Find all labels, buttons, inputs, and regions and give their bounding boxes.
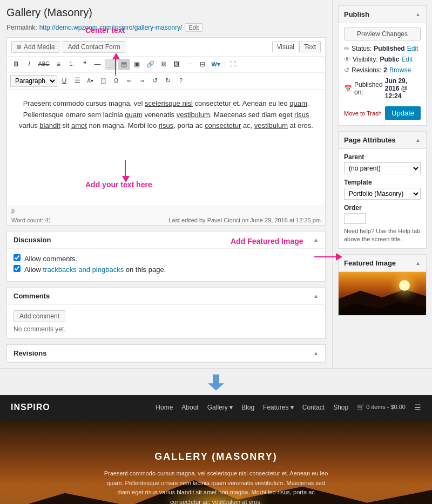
editor-tabs: Visual Text — [272, 42, 321, 52]
visibility-value: Public — [380, 56, 399, 63]
annotation-add-text: Add your text here — [85, 180, 152, 189]
page-attributes-box: Page Attributes ▲ Parent (no parent) Tem… — [338, 131, 427, 249]
link-button[interactable]: 🔗 — [144, 59, 157, 70]
add-comment-button[interactable]: Add comment — [14, 310, 65, 322]
text-color-button[interactable]: A▾ — [84, 76, 96, 86]
visibility-edit-link[interactable]: Edit — [401, 56, 413, 63]
allow-trackbacks-label: Allow trackbacks and pingbacks on this p… — [14, 265, 319, 274]
move-to-trash-link[interactable]: Move to Trash — [344, 110, 382, 117]
insert-page-break-button[interactable]: ⊟ — [197, 59, 208, 70]
editor-top-bar: ⊕ Add Media Add Contact Form Visual Text — [7, 38, 325, 57]
status-edit-link[interactable]: Edit — [407, 45, 418, 52]
comments-collapse[interactable]: ▲ — [313, 293, 319, 299]
update-button[interactable]: Update — [385, 106, 421, 120]
text-tab[interactable]: Text — [299, 42, 321, 52]
revisions-browse-link[interactable]: Browse — [389, 66, 411, 74]
blue-down-arrow — [208, 374, 224, 391]
allow-comments-checkbox[interactable] — [14, 254, 21, 261]
unlink-button[interactable]: ⛓ — [158, 59, 170, 69]
visual-tab[interactable]: Visual — [272, 42, 299, 52]
add-media-button[interactable]: ⊕ Add Media — [11, 41, 59, 53]
allow-trackbacks-checkbox[interactable] — [14, 265, 21, 272]
sidebar: Publish ▲ Preview Changes ✏ Status: Publ… — [332, 0, 432, 368]
permalink-label: Permalink: — [6, 24, 37, 31]
nav-shop[interactable]: Shop — [333, 404, 348, 411]
nav-home[interactable]: Home — [156, 404, 173, 411]
preview-page-content: Praesent commodo cursus magna, vel scele… — [92, 469, 340, 504]
revisions-collapse[interactable]: ▲ — [313, 350, 319, 356]
add-contact-button[interactable]: Add Contact Form — [63, 41, 125, 53]
trackbacks-link[interactable]: trackbacks and pingbacks — [43, 265, 124, 274]
publish-collapse[interactable]: ▲ — [415, 11, 421, 17]
template-select[interactable]: Portfolio (Masonry) — [344, 188, 421, 200]
hamburger-icon[interactable]: ☰ — [414, 403, 421, 412]
featured-image-body: Add Featured Image — [339, 272, 426, 315]
nav-features[interactable]: Features ▾ — [263, 404, 294, 411]
paste-button[interactable]: 📋 — [97, 76, 109, 86]
permalink-bar: Permalink: http://demo.wpzoom.com/inspir… — [6, 23, 326, 32]
discussion-collapse[interactable]: ▲ — [313, 237, 319, 243]
preview-logo: INSPIRO — [11, 403, 50, 412]
page-attributes-collapse[interactable]: ▲ — [415, 137, 421, 143]
page-attributes-header: Page Attributes ▲ — [339, 132, 426, 149]
w-button[interactable]: W▾ — [210, 59, 222, 70]
nav-gallery[interactable]: Gallery ▾ — [207, 404, 233, 411]
nav-about[interactable]: About — [181, 404, 198, 411]
blockquote-button[interactable]: ❞ — [79, 59, 91, 70]
revisions-value: 2 — [383, 66, 387, 74]
cart-info[interactable]: 🛒 0 items - $0.00 — [357, 404, 406, 411]
redo-button[interactable]: ↻ — [162, 75, 174, 86]
insert-more-button[interactable]: ⋯ — [184, 59, 195, 69]
align-right-button[interactable]: ▣ — [131, 59, 143, 70]
comments-section: Comments ▲ Add comment No comments yet. — [6, 287, 326, 339]
indent-button[interactable]: ⇒ — [136, 76, 148, 86]
discussion-body: Allow comments. Allow trackbacks and pin… — [7, 249, 325, 281]
page-attributes-body: Parent (no parent) Template Portfolio (M… — [339, 149, 426, 248]
abc-button[interactable]: ABC — [36, 59, 52, 69]
editor-tag: p — [7, 206, 325, 215]
editor-body[interactable]: Praesent commodo cursus magna, vel scele… — [7, 90, 325, 176]
italic-button[interactable]: I — [23, 59, 35, 70]
annotation-add-text-area: Add your text here — [7, 176, 325, 206]
publish-footer: Move to Trash Update — [344, 103, 421, 121]
revisions-header[interactable]: Revisions ▲ — [7, 345, 325, 362]
comments-header[interactable]: Comments ▲ — [7, 288, 325, 305]
revisions-row: ↺ Revisions: 2 Browse — [344, 66, 421, 74]
order-input[interactable]: 0 — [344, 213, 366, 224]
status-value: Published — [374, 45, 404, 52]
publish-box: Publish ▲ Preview Changes ✏ Status: Publ… — [338, 5, 427, 126]
discussion-header[interactable]: Discussion ▲ — [7, 231, 325, 249]
nav-contact[interactable]: Contact — [302, 404, 325, 411]
allow-comments-label: Allow comments. — [14, 254, 319, 263]
published-row: 📅 Published on: Jun 29, 2016 @ 12:24 — [344, 77, 421, 100]
ul-button[interactable]: ≡ — [53, 59, 65, 70]
bold-button[interactable]: B — [10, 59, 22, 70]
featured-image-preview[interactable] — [339, 272, 426, 315]
special-char-button[interactable]: Ω — [110, 76, 122, 86]
discussion-section: Discussion ▲ Allow comments. Allow track… — [6, 231, 326, 282]
underline-button[interactable]: U — [58, 75, 70, 86]
preview-hero: GALLERY (MASONRY) Praesent commodo cursu… — [0, 420, 432, 504]
fullscreen-button[interactable]: ⛶ — [227, 59, 239, 69]
status-row: ✏ Status: Published Edit — [344, 45, 421, 52]
undo-button[interactable]: ↺ — [149, 75, 161, 86]
justify-button[interactable]: ☰ — [71, 75, 83, 86]
page-title: Gallery (Masonry) — [6, 6, 326, 19]
hr-button[interactable]: — — [92, 59, 104, 70]
word-count: Word count: 41 — [11, 217, 51, 223]
preview-nav-links: Home About Gallery ▾ Blog Features ▾ Con… — [156, 403, 421, 412]
paragraph-select[interactable]: Paragraph — [10, 75, 57, 87]
rtl-button[interactable]: ⇐ — [123, 76, 135, 86]
permalink-edit-button[interactable]: Edit — [185, 23, 202, 32]
ol-button[interactable]: 1. — [66, 59, 78, 69]
help-button[interactable]: ? — [175, 76, 187, 86]
featured-image-box: Featured Image ▲ Add Featured Image — [338, 254, 427, 316]
align-left-button[interactable]: ⬜ — [105, 59, 117, 70]
insert-image-button[interactable]: 🖼 — [171, 59, 183, 70]
nav-blog[interactable]: Blog — [241, 404, 254, 411]
preview-button[interactable]: Preview Changes — [344, 28, 421, 40]
parent-select[interactable]: (no parent) — [344, 162, 421, 174]
permalink-url[interactable]: http://demo.wpzoom.com/inspiro/gallery-m… — [39, 24, 183, 31]
align-center-button[interactable]: ▤ — [118, 59, 130, 70]
featured-image-collapse[interactable]: ▲ — [415, 260, 421, 266]
